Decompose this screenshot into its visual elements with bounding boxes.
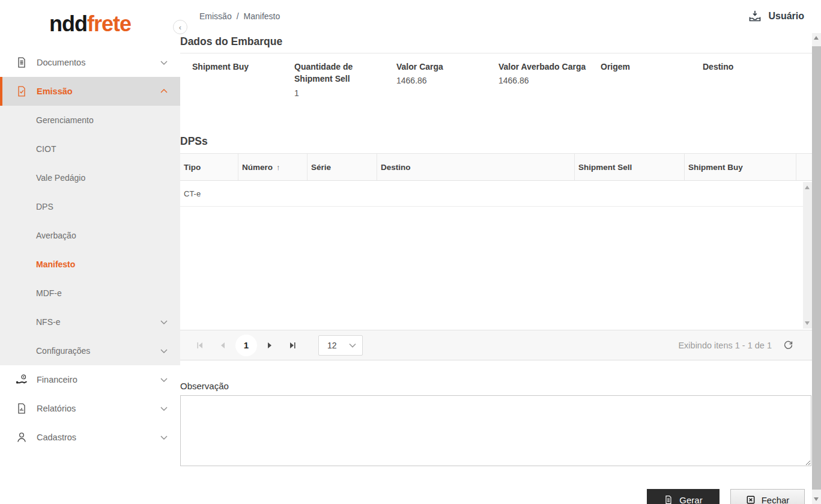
scroll-down-icon[interactable] [805,321,810,325]
column-header-shipment-buy[interactable]: Shipment Buy [685,154,796,180]
prev-page-icon [219,341,227,350]
column-header-serie[interactable]: Série [307,154,377,180]
field-label: Shipment Buy [192,61,288,73]
sidebar-subitem-configuracoes[interactable]: Configurações [0,336,180,365]
column-label: Destino [381,163,411,172]
sidebar-item-cadastros[interactable]: Cadastros [0,423,180,452]
subitem-label: Configurações [36,346,160,356]
person-icon [15,431,28,444]
table-row[interactable]: CT-e [180,181,812,207]
sidebar-item-label: Relatórios [37,404,160,413]
field-value: 1466.86 [498,76,595,85]
subitem-label: DPS [36,202,168,211]
sidebar-item-financeiro[interactable]: Financeiro [0,365,180,394]
column-label: Shipment Buy [688,163,743,172]
field-label: Origem [601,61,697,73]
scroll-up-icon[interactable] [805,186,810,189]
last-page-button[interactable] [281,335,304,356]
dps-table-body: CT-e [180,181,812,330]
chevron-down-icon [160,433,168,442]
action-buttons: Gerar Fechar [180,489,812,504]
cell-tipo: CT-e [180,189,238,198]
sidebar-item-documentos[interactable]: Documentos [0,48,180,77]
first-page-button[interactable] [189,335,211,356]
fechar-button[interactable]: Fechar [730,489,805,504]
sidebar-collapse-button[interactable]: ‹ [173,20,187,34]
gerar-button[interactable]: Gerar [647,489,720,504]
field-origem: Origem [601,61,703,130]
brand-frete: frete [87,11,131,36]
subitem-label: Vale Pedágio [36,173,168,183]
sidebar-subitem-nfse[interactable]: NFS-e [0,308,180,336]
column-label: Shipment Sell [578,163,632,172]
column-header-numero[interactable]: Número↑ [238,154,307,180]
inbox-in-icon [748,9,762,23]
content: Dados do Embarque Shipment Buy Quantidad… [180,32,812,504]
sidebar-item-emissao[interactable]: Emissão [0,77,180,106]
brand-logo-text: nddfrete [49,11,131,37]
field-label: Valor Averbado Carga [498,61,595,73]
sidebar-item-label: Cadastros [37,433,160,442]
column-label: Tipo [184,163,201,172]
sidebar-subitem-manifesto[interactable]: Manifesto [0,250,180,279]
main-area: ‹ Emissão/Manifesto Usuário Dados do Emb… [180,0,821,504]
page-number-button[interactable]: 1 [235,335,257,356]
report-icon [15,402,28,415]
pagination-info: Exibindo itens 1 - 1 de 1 [678,341,772,350]
refresh-icon[interactable] [783,339,794,351]
field-valor-averbado-carga: Valor Averbado Carga 1466.86 [498,61,601,130]
sidebar-subitem-gerenciamento[interactable]: Gerenciamento [0,106,180,135]
document-icon [15,56,28,69]
pagination-right: Exibindo itens 1 - 1 de 1 [678,339,794,351]
scroll-down-icon[interactable] [814,497,819,501]
sidebar-subitem-dps[interactable]: DPS [0,192,180,221]
first-page-icon [196,341,204,350]
subitem-label: CIOT [36,144,168,154]
chevron-up-icon [160,87,168,96]
page-size-select[interactable]: 12 [318,335,363,356]
page-scrollbar[interactable] [812,33,821,504]
prev-page-button[interactable] [211,335,234,356]
sidebar-subitem-averbacao[interactable]: Averbação [0,221,180,250]
breadcrumb-separator: / [237,11,239,21]
field-quantidade-shipment-sell: Quantidade de Shipment Sell 1 [294,61,396,130]
sidebar-item-label: Financeiro [37,375,160,384]
gerar-label: Gerar [679,495,702,504]
column-label: Série [311,163,331,172]
column-header-destino[interactable]: Destino [377,154,575,180]
field-shipment-buy: Shipment Buy [192,61,294,130]
dps-section-title: DPSs [180,130,812,154]
sidebar-subitem-ciot[interactable]: CIOT [0,135,180,163]
breadcrumb-emissao[interactable]: Emissão [199,11,232,21]
brand-logo: nddfrete [0,0,180,48]
column-header-spacer [796,154,812,180]
table-scrollbar[interactable] [803,182,812,329]
next-page-icon [265,341,274,350]
scroll-up-icon[interactable] [814,36,819,40]
chevron-down-icon [160,58,168,67]
sidebar-item-relatorios[interactable]: Relatórios [0,394,180,423]
field-label: Valor Carga [396,61,492,73]
column-header-shipment-sell[interactable]: Shipment Sell [575,154,685,180]
collapse-chevron-icon: ‹ [179,23,181,31]
sidebar-subitem-mdfe[interactable]: MDF-e [0,279,180,308]
sidebar-subitem-vale-pedagio[interactable]: Vale Pedágio [0,163,180,192]
subitem-label: Gerenciamento [36,115,168,125]
subitem-label: Manifesto [36,260,168,269]
observacao-textarea[interactable] [180,395,811,466]
chevron-down-icon [160,375,168,384]
scrollbar-thumb[interactable] [812,46,821,490]
document-check-icon [15,85,28,98]
chevron-down-icon [349,343,356,348]
subitem-label: NFS-e [36,317,160,327]
chevron-down-icon [160,318,168,326]
sidebar: nddfrete Documentos Emissão [0,0,180,504]
fechar-label: Fechar [762,495,790,504]
breadcrumb-manifesto: Manifesto [244,11,280,21]
next-page-button[interactable] [258,335,281,356]
column-header-tipo[interactable]: Tipo [180,154,238,180]
last-page-icon [288,341,297,350]
user-menu[interactable]: Usuário [748,9,804,23]
generate-doc-icon [664,495,673,504]
topbar: Emissão/Manifesto Usuário [180,0,821,32]
